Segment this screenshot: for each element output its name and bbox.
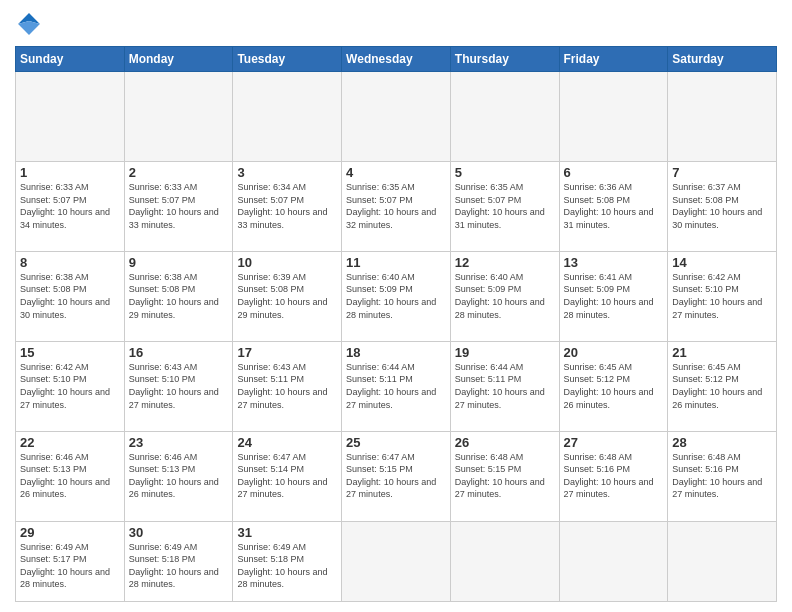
logo [15, 10, 47, 38]
col-monday: Monday [124, 47, 233, 72]
day-number: 22 [20, 435, 120, 450]
col-wednesday: Wednesday [342, 47, 451, 72]
calendar-header-row: Sunday Monday Tuesday Wednesday Thursday… [16, 47, 777, 72]
col-sunday: Sunday [16, 47, 125, 72]
day-info: Sunrise: 6:48 AMSunset: 5:16 PMDaylight:… [564, 451, 664, 501]
table-cell: 31Sunrise: 6:49 AMSunset: 5:18 PMDayligh… [233, 521, 342, 601]
day-number: 4 [346, 165, 446, 180]
table-cell [16, 72, 125, 162]
table-cell [124, 72, 233, 162]
table-cell [450, 72, 559, 162]
day-number: 19 [455, 345, 555, 360]
day-number: 15 [20, 345, 120, 360]
table-cell [450, 521, 559, 601]
day-number: 10 [237, 255, 337, 270]
logo-icon [15, 10, 43, 38]
table-cell: 12Sunrise: 6:40 AMSunset: 5:09 PMDayligh… [450, 251, 559, 341]
day-info: Sunrise: 6:44 AMSunset: 5:11 PMDaylight:… [455, 361, 555, 411]
table-cell: 4Sunrise: 6:35 AMSunset: 5:07 PMDaylight… [342, 161, 451, 251]
day-number: 3 [237, 165, 337, 180]
table-cell: 3Sunrise: 6:34 AMSunset: 5:07 PMDaylight… [233, 161, 342, 251]
day-number: 1 [20, 165, 120, 180]
day-info: Sunrise: 6:39 AMSunset: 5:08 PMDaylight:… [237, 271, 337, 321]
col-saturday: Saturday [668, 47, 777, 72]
day-info: Sunrise: 6:43 AMSunset: 5:10 PMDaylight:… [129, 361, 229, 411]
day-number: 9 [129, 255, 229, 270]
table-cell [559, 521, 668, 601]
table-cell: 20Sunrise: 6:45 AMSunset: 5:12 PMDayligh… [559, 341, 668, 431]
table-cell: 21Sunrise: 6:45 AMSunset: 5:12 PMDayligh… [668, 341, 777, 431]
table-cell: 1Sunrise: 6:33 AMSunset: 5:07 PMDaylight… [16, 161, 125, 251]
day-number: 17 [237, 345, 337, 360]
day-info: Sunrise: 6:37 AMSunset: 5:08 PMDaylight:… [672, 181, 772, 231]
day-number: 13 [564, 255, 664, 270]
day-info: Sunrise: 6:42 AMSunset: 5:10 PMDaylight:… [20, 361, 120, 411]
day-number: 21 [672, 345, 772, 360]
day-info: Sunrise: 6:40 AMSunset: 5:09 PMDaylight:… [346, 271, 446, 321]
day-info: Sunrise: 6:45 AMSunset: 5:12 PMDaylight:… [564, 361, 664, 411]
day-number: 6 [564, 165, 664, 180]
day-info: Sunrise: 6:47 AMSunset: 5:14 PMDaylight:… [237, 451, 337, 501]
day-info: Sunrise: 6:38 AMSunset: 5:08 PMDaylight:… [129, 271, 229, 321]
table-cell: 13Sunrise: 6:41 AMSunset: 5:09 PMDayligh… [559, 251, 668, 341]
day-info: Sunrise: 6:45 AMSunset: 5:12 PMDaylight:… [672, 361, 772, 411]
day-info: Sunrise: 6:41 AMSunset: 5:09 PMDaylight:… [564, 271, 664, 321]
day-number: 5 [455, 165, 555, 180]
page: Sunday Monday Tuesday Wednesday Thursday… [0, 0, 792, 612]
table-cell [342, 521, 451, 601]
day-info: Sunrise: 6:42 AMSunset: 5:10 PMDaylight:… [672, 271, 772, 321]
day-number: 7 [672, 165, 772, 180]
header [15, 10, 777, 38]
day-number: 31 [237, 525, 337, 540]
day-info: Sunrise: 6:33 AMSunset: 5:07 PMDaylight:… [129, 181, 229, 231]
day-info: Sunrise: 6:47 AMSunset: 5:15 PMDaylight:… [346, 451, 446, 501]
day-info: Sunrise: 6:35 AMSunset: 5:07 PMDaylight:… [455, 181, 555, 231]
day-number: 12 [455, 255, 555, 270]
day-info: Sunrise: 6:33 AMSunset: 5:07 PMDaylight:… [20, 181, 120, 231]
calendar-table: Sunday Monday Tuesday Wednesday Thursday… [15, 46, 777, 602]
table-cell: 16Sunrise: 6:43 AMSunset: 5:10 PMDayligh… [124, 341, 233, 431]
table-cell [559, 72, 668, 162]
day-info: Sunrise: 6:49 AMSunset: 5:18 PMDaylight:… [237, 541, 337, 591]
table-cell: 7Sunrise: 6:37 AMSunset: 5:08 PMDaylight… [668, 161, 777, 251]
table-cell: 14Sunrise: 6:42 AMSunset: 5:10 PMDayligh… [668, 251, 777, 341]
col-thursday: Thursday [450, 47, 559, 72]
day-info: Sunrise: 6:36 AMSunset: 5:08 PMDaylight:… [564, 181, 664, 231]
day-number: 23 [129, 435, 229, 450]
day-number: 26 [455, 435, 555, 450]
table-cell [342, 72, 451, 162]
table-cell: 19Sunrise: 6:44 AMSunset: 5:11 PMDayligh… [450, 341, 559, 431]
day-number: 8 [20, 255, 120, 270]
table-cell: 27Sunrise: 6:48 AMSunset: 5:16 PMDayligh… [559, 431, 668, 521]
table-cell: 2Sunrise: 6:33 AMSunset: 5:07 PMDaylight… [124, 161, 233, 251]
table-cell: 5Sunrise: 6:35 AMSunset: 5:07 PMDaylight… [450, 161, 559, 251]
day-number: 20 [564, 345, 664, 360]
day-info: Sunrise: 6:38 AMSunset: 5:08 PMDaylight:… [20, 271, 120, 321]
table-cell: 10Sunrise: 6:39 AMSunset: 5:08 PMDayligh… [233, 251, 342, 341]
table-cell: 24Sunrise: 6:47 AMSunset: 5:14 PMDayligh… [233, 431, 342, 521]
day-info: Sunrise: 6:49 AMSunset: 5:17 PMDaylight:… [20, 541, 120, 591]
day-info: Sunrise: 6:48 AMSunset: 5:16 PMDaylight:… [672, 451, 772, 501]
day-info: Sunrise: 6:35 AMSunset: 5:07 PMDaylight:… [346, 181, 446, 231]
table-cell [668, 521, 777, 601]
table-cell: 25Sunrise: 6:47 AMSunset: 5:15 PMDayligh… [342, 431, 451, 521]
day-info: Sunrise: 6:46 AMSunset: 5:13 PMDaylight:… [129, 451, 229, 501]
day-number: 14 [672, 255, 772, 270]
table-cell [233, 72, 342, 162]
table-cell: 11Sunrise: 6:40 AMSunset: 5:09 PMDayligh… [342, 251, 451, 341]
table-cell: 23Sunrise: 6:46 AMSunset: 5:13 PMDayligh… [124, 431, 233, 521]
table-cell: 8Sunrise: 6:38 AMSunset: 5:08 PMDaylight… [16, 251, 125, 341]
day-number: 28 [672, 435, 772, 450]
day-number: 16 [129, 345, 229, 360]
table-cell: 18Sunrise: 6:44 AMSunset: 5:11 PMDayligh… [342, 341, 451, 431]
day-number: 25 [346, 435, 446, 450]
table-cell: 22Sunrise: 6:46 AMSunset: 5:13 PMDayligh… [16, 431, 125, 521]
day-number: 11 [346, 255, 446, 270]
day-info: Sunrise: 6:49 AMSunset: 5:18 PMDaylight:… [129, 541, 229, 591]
day-info: Sunrise: 6:46 AMSunset: 5:13 PMDaylight:… [20, 451, 120, 501]
col-friday: Friday [559, 47, 668, 72]
day-info: Sunrise: 6:40 AMSunset: 5:09 PMDaylight:… [455, 271, 555, 321]
day-number: 27 [564, 435, 664, 450]
table-cell: 9Sunrise: 6:38 AMSunset: 5:08 PMDaylight… [124, 251, 233, 341]
day-number: 29 [20, 525, 120, 540]
